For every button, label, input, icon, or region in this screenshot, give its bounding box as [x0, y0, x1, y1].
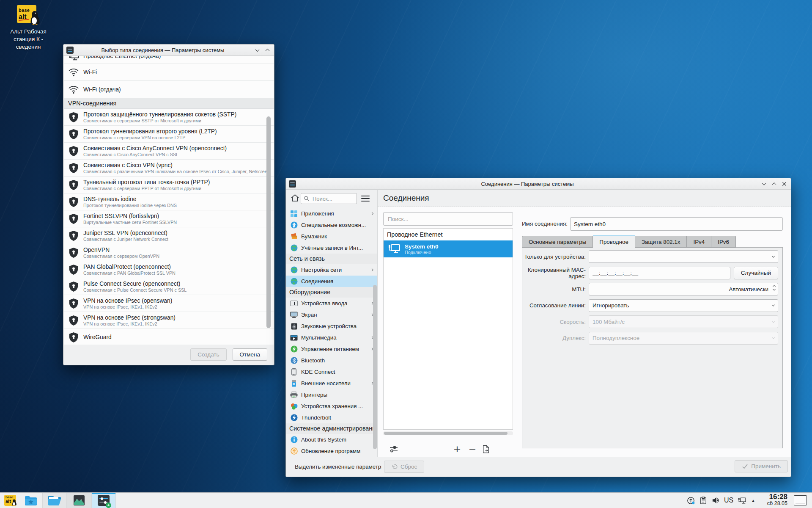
desktop-icon-alt-info[interactable]: base alt Альт Рабочая станция К - сведен…	[5, 4, 52, 51]
vpn-type-item[interactable]: Juniper SSL VPN (openconnect)Совместимая…	[64, 227, 274, 244]
sidebar-item-updates[interactable]: Обновление программ	[286, 445, 377, 457]
shield-icon	[64, 230, 83, 241]
sidebar-item-label: Мультимедиа	[301, 334, 371, 341]
sidebar-item-thunderbolt[interactable]: Thunderbolt	[286, 412, 377, 423]
tab-ipv4[interactable]: IPv4	[687, 236, 711, 248]
sidebar-item-label: Устройства хранения ...	[301, 403, 375, 409]
tab-ipv6[interactable]: IPv6	[711, 236, 736, 248]
sidebar-item-wallet[interactable]: Бумажник	[286, 231, 377, 242]
tab-основные-параметры[interactable]: Основные параметры	[522, 236, 593, 248]
volume-tray-icon[interactable]	[710, 493, 721, 508]
sidebar-scrollbar[interactable]	[373, 285, 377, 449]
field-combo[interactable]	[589, 250, 778, 263]
create-button[interactable]: Создать	[190, 348, 226, 361]
vpn-type-item[interactable]: OpenVPNСовместимая с сервером OpenVPN	[64, 244, 274, 261]
task-system-settings[interactable]: +	[91, 493, 116, 508]
dialog-titlebar[interactable]: Выбор типа соединения — Параметры систем…	[63, 44, 274, 56]
field-mac[interactable]: __:__:__:__:__:__	[589, 267, 730, 279]
tab-защита-802-1x[interactable]: Защита 802.1x	[635, 236, 687, 248]
export-connection-button[interactable]	[480, 443, 492, 456]
vpn-type-item[interactable]: WireGuard	[64, 329, 274, 345]
connection-type-item[interactable]: Wi-Fi	[64, 64, 274, 81]
random-mac-button[interactable]: Случайный	[734, 267, 778, 279]
minimize-button[interactable]	[759, 179, 769, 188]
vpn-type-item[interactable]: DNS-туннель iodineПротокол туннелировани…	[64, 193, 274, 210]
sidebar-item-storage[interactable]: Устройства хранения ...	[286, 400, 377, 412]
connection-type-item-partial[interactable]: Проводное Ethernet (отдача)	[64, 56, 274, 64]
vpn-type-item[interactable]: Протокол защищённого туннелирования соке…	[64, 109, 274, 126]
spin-buttons[interactable]	[773, 285, 775, 291]
keyboard-layout-indicator[interactable]: US	[723, 493, 734, 508]
remove-connection-button[interactable]: −	[466, 443, 479, 456]
field-label: MTU:	[522, 286, 589, 293]
sidebar-item-multimedia[interactable]: Мультимедиа	[286, 332, 377, 343]
sidebar-item-info[interactable]: About this System	[286, 434, 377, 445]
sidebar-item-display[interactable]: Экран	[286, 309, 377, 320]
connection-type-item[interactable]: Wi-Fi (отдача)	[64, 81, 274, 98]
sidebar-search-input[interactable]	[312, 195, 354, 202]
connections-search-input[interactable]	[387, 215, 509, 223]
sidebar-item-accessibility[interactable]: Специальные возможн...	[286, 219, 377, 231]
favorites-folder-launcher[interactable]	[20, 493, 41, 508]
wired-settings-panel: Только для устройства:Клонированный MAC-…	[522, 247, 783, 448]
thunderbolt-icon	[290, 414, 298, 422]
task-image-viewer[interactable]	[67, 493, 91, 508]
cancel-button[interactable]: Отмена	[233, 348, 267, 361]
reset-button[interactable]: Сброс	[384, 461, 424, 473]
sidebar-toolbar	[286, 190, 377, 207]
updates-tray-icon[interactable]	[685, 493, 696, 508]
close-button[interactable]	[779, 179, 789, 188]
connection-name-label: Имя соединения:	[514, 221, 568, 227]
connections-search[interactable]	[383, 212, 513, 226]
sidebar-search[interactable]	[301, 193, 357, 204]
add-connection-button[interactable]: +	[451, 443, 464, 456]
tray-expander-icon[interactable]: ▲	[748, 493, 759, 508]
sidebar-item-online-accounts[interactable]: Учётные записи в Инт...	[286, 242, 377, 254]
highlight-changed-settings[interactable]: Выделить изменённые параметры	[292, 464, 381, 470]
connection-item-system-eth0[interactable]: System eth0 Подключено	[384, 240, 513, 257]
vpn-type-item[interactable]: Fortinet SSLVPN (fortisslvpn)Виртуальные…	[64, 210, 274, 227]
field-combo[interactable]: 100 Мбайт/с	[589, 315, 778, 328]
field-combo[interactable]: Игнорировать	[589, 299, 778, 312]
sidebar-item-power[interactable]: Управление питанием	[286, 343, 377, 355]
main-titlebar[interactable]: Соединения — Параметры системы	[286, 178, 791, 190]
menu-button[interactable]	[361, 196, 370, 202]
field-combo[interactable]: Полнодуплексное	[589, 332, 778, 345]
task-file-manager[interactable]	[42, 493, 67, 508]
sidebar-item-input-devices[interactable]: Устройства ввода	[286, 298, 377, 309]
vpn-type-item[interactable]: Туннельный протокол типа точка-точка (PP…	[64, 177, 274, 193]
tab-проводное[interactable]: Проводное	[593, 235, 635, 248]
sidebar-item-printers[interactable]: Принтеры	[286, 389, 377, 400]
sidebar-item-audio[interactable]: Звуковые устройства	[286, 320, 377, 332]
vpn-type-item[interactable]: Pulse Connect Secure (openconnect)Совмес…	[64, 278, 274, 295]
show-desktop-button[interactable]	[794, 495, 807, 505]
dialog-shade-button[interactable]	[262, 45, 272, 55]
dialog-scrollbar[interactable]	[266, 116, 271, 328]
connection-name-input[interactable]	[570, 217, 783, 231]
sidebar-item-label: About this System	[301, 436, 375, 443]
maximize-button[interactable]	[769, 179, 779, 188]
vpn-type-item[interactable]: VPN на основе IPsec (openswan)VPN на осн…	[64, 295, 274, 312]
sidebar-item-kde-connect[interactable]: KDE Connect	[286, 366, 377, 378]
sidebar-item-bluetooth[interactable]: Bluetooth	[286, 355, 377, 366]
sidebar-item-network[interactable]: Настройка сети	[286, 264, 377, 276]
field-spin[interactable]: Автоматически	[589, 283, 778, 295]
vpn-type-item[interactable]: Совместимая с Cisco AnyConnect VPN (open…	[64, 143, 274, 160]
shield-icon	[64, 129, 83, 140]
app-launcher-button[interactable]: base alt	[0, 493, 20, 508]
sidebar-item-removable[interactable]: Внешние носители	[286, 378, 377, 389]
vpn-type-item[interactable]: PAN GlobalProtect (openconnect)Совместим…	[64, 261, 274, 278]
clipboard-tray-icon[interactable]	[698, 493, 709, 508]
sidebar-item-apps[interactable]: Приложения	[286, 208, 377, 219]
sidebar-item-connections[interactable]: Соединения	[286, 276, 377, 287]
configure-button[interactable]	[387, 443, 400, 456]
vpn-type-item[interactable]: Совместимая с Cisco VPN (vpnc)Совместима…	[64, 160, 274, 177]
dialog-more-button[interactable]	[252, 45, 262, 55]
network-tray-icon[interactable]	[737, 493, 748, 508]
connections-hscrollbar[interactable]	[383, 431, 513, 435]
vpn-type-item[interactable]: VPN на основе IPsec (strongswan)VPN на о…	[64, 312, 274, 329]
apply-button[interactable]: Применить	[735, 460, 788, 472]
clock[interactable]: 16:28 сб 28.05	[767, 493, 787, 508]
vpn-type-item[interactable]: Протокол туннелирования второго уровня (…	[64, 126, 274, 143]
editor-tabs: Основные параметрыПроводноеЗащита 802.1x…	[522, 236, 736, 248]
